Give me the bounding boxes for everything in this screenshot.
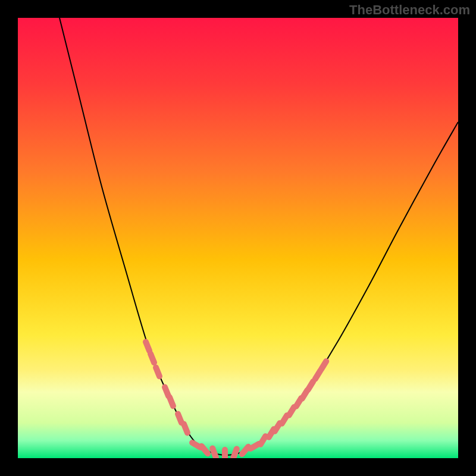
gradient-background: [18, 18, 458, 458]
watermark-text: TheBottleneck.com: [349, 2, 470, 18]
curve-marker: [222, 447, 228, 458]
chart-plot-area: [18, 18, 458, 458]
chart-svg: [18, 18, 458, 458]
